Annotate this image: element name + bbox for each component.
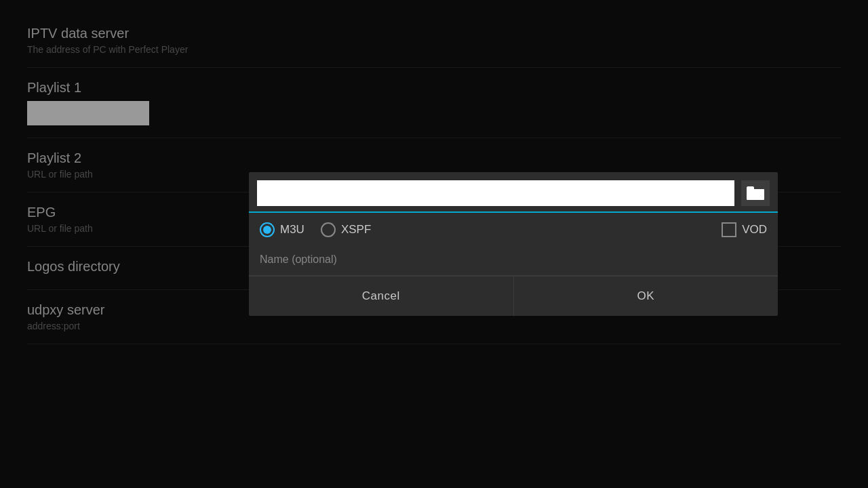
vod-checkbox-label[interactable]: VOD xyxy=(722,222,767,237)
m3u-label: M3U xyxy=(280,223,304,237)
dialog-name-row xyxy=(249,247,778,276)
playlist-dialog: M3U XSPF VOD Cancel OK xyxy=(249,172,778,316)
ok-button[interactable]: OK xyxy=(514,277,778,316)
dialog-buttons-row: Cancel OK xyxy=(249,276,778,316)
xspf-label: XSPF xyxy=(341,223,371,237)
xspf-radio-label[interactable]: XSPF xyxy=(321,222,371,237)
dialog-url-input[interactable] xyxy=(257,180,734,206)
vod-checkbox[interactable] xyxy=(722,222,736,237)
vod-label: VOD xyxy=(742,223,767,237)
dialog-url-row xyxy=(249,172,778,213)
folder-icon xyxy=(747,186,764,200)
dialog-folder-button[interactable] xyxy=(741,180,770,206)
dialog-name-input[interactable] xyxy=(260,247,767,272)
cancel-button[interactable]: Cancel xyxy=(249,277,513,316)
xspf-radio[interactable] xyxy=(321,222,336,237)
m3u-radio[interactable] xyxy=(260,222,275,237)
dialog-options-row: M3U XSPF VOD xyxy=(249,213,778,247)
m3u-radio-label[interactable]: M3U xyxy=(260,222,304,237)
